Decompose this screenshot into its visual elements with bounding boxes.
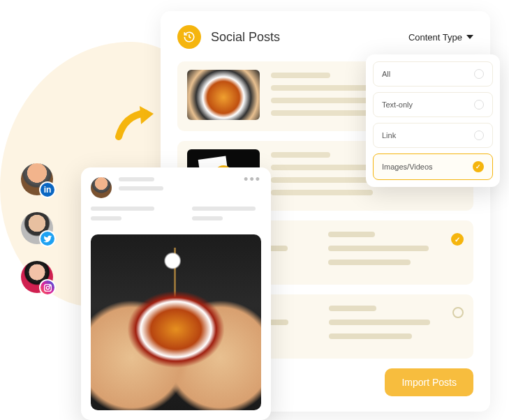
more-icon[interactable]: ••• [244, 177, 261, 181]
avatar-linkedin[interactable]: in [21, 163, 53, 195]
avatar-twitter[interactable] [21, 212, 53, 244]
twitter-icon [39, 230, 56, 247]
avatar-instagram[interactable] [21, 261, 53, 293]
svg-point-2 [49, 285, 50, 285]
card-image [91, 234, 261, 410]
post-preview-card: ••• [81, 167, 271, 420]
content-type-label: Content Type [408, 32, 462, 43]
import-posts-button[interactable]: Import Posts [385, 368, 473, 396]
card-author-lines [119, 177, 237, 195]
dropdown-option-images-videos[interactable]: Images/Videos [373, 153, 493, 180]
dropdown-option-all[interactable]: All [373, 61, 493, 87]
social-avatars: in [21, 163, 53, 293]
panel-header: Social Posts Content Type [177, 25, 473, 49]
post-thumbnail [187, 70, 260, 120]
option-radio [474, 130, 484, 140]
option-radio [473, 161, 484, 172]
card-avatar [91, 177, 112, 198]
instagram-icon [39, 279, 56, 296]
content-type-dropdown: All Text-only Link Images/Videos [366, 54, 500, 187]
svg-point-1 [46, 286, 49, 289]
option-label: All [382, 70, 390, 78]
post-select-radio[interactable] [452, 307, 464, 318]
post-select-radio[interactable] [451, 233, 464, 246]
panel-title: Social Posts [211, 30, 280, 45]
option-label: Images/Videos [382, 163, 433, 171]
card-header: ••• [91, 177, 261, 198]
option-radio [474, 69, 484, 79]
option-label: Link [382, 131, 396, 140]
option-label: Text-only [382, 100, 413, 109]
dropdown-option-text-only[interactable]: Text-only [373, 92, 493, 117]
linkedin-icon: in [39, 181, 56, 198]
dropdown-option-link[interactable]: Link [373, 123, 493, 148]
arrow-icon [115, 103, 159, 145]
chevron-down-icon [466, 35, 473, 39]
card-body-lines [91, 207, 261, 226]
history-icon [177, 25, 201, 49]
content-type-dropdown-trigger[interactable]: Content Type [408, 32, 473, 43]
option-radio [474, 100, 484, 110]
